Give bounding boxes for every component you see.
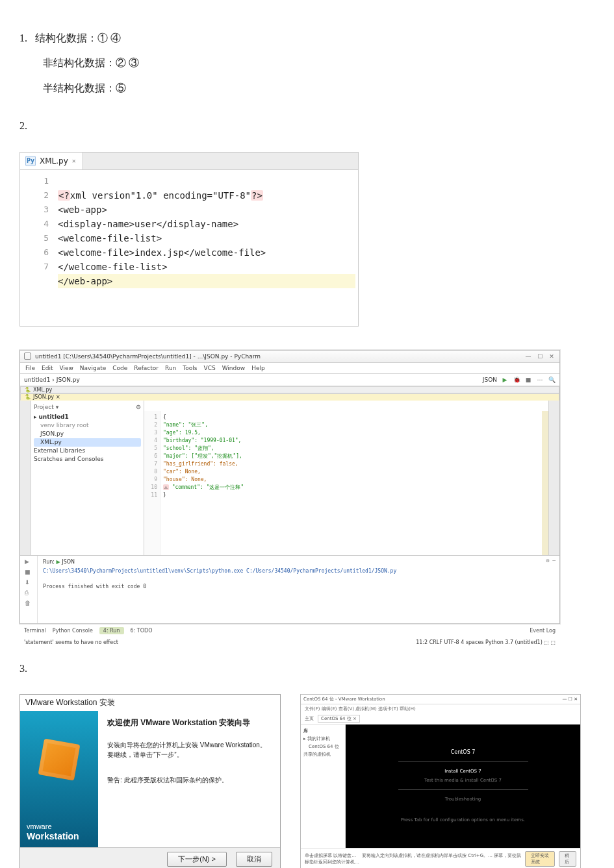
maximize-icon[interactable]: ☐ — [569, 697, 572, 702]
menu-item[interactable]: Run — [165, 365, 176, 371]
question-3: 3. — [19, 656, 595, 681]
pycharm-statusbar: Terminal Python Console 4: Run 6: TODO E… — [20, 623, 559, 638]
code-line: ⚠ "comment": "这是一个注释" — [163, 484, 539, 491]
event-log[interactable]: Event Log — [530, 628, 556, 634]
run-label: Run: — [43, 559, 55, 565]
boot-hint: Press Tab for full configuration options… — [401, 817, 525, 823]
pycharm-toolbar: untitled1 › JSON.py JSON ▶ 🐞 ■ ⋯ 🔍 — [20, 374, 559, 386]
more-icon[interactable]: ⋯ — [536, 376, 544, 384]
rerun-icon[interactable]: ▶ — [25, 558, 32, 566]
gear-icon[interactable]: ⚙ — — [546, 557, 556, 565]
foot-note2[interactable]: 以将键盘… — [333, 853, 356, 858]
close-icon[interactable]: ✕ — [574, 697, 578, 702]
tree-root[interactable]: ▸ untitled1 untitled1 C:\Users\34540\Pyc… — [34, 413, 141, 421]
code-line: <web-app> — [58, 205, 107, 215]
vmw-sidebar[interactable]: 库 ▸ 我的计算机 CentOS 64 位 共享的虚拟机 — [301, 725, 346, 848]
pycharm-titlebar: untitled1 [C:\Users\34540\PycharmProject… — [20, 351, 559, 363]
menu-item[interactable]: Edit — [42, 365, 53, 371]
menu-item[interactable]: Window — [222, 365, 246, 371]
breadcrumb[interactable]: untitled1 › JSON.py — [24, 377, 80, 383]
q1-line2: 非结构化数据：② ③ — [43, 57, 139, 68]
side-item-centos[interactable]: CentOS 64 位 — [303, 743, 342, 750]
tree-file-xml[interactable]: XML.py — [34, 438, 141, 447]
menu-item[interactable]: File — [25, 365, 35, 371]
bottom-tab-todo[interactable]: 6: TODO — [131, 628, 153, 634]
side-item-shared[interactable]: 共享的虚拟机 — [303, 750, 342, 758]
left-gutter-bar[interactable] — [20, 401, 31, 555]
tab-home[interactable]: 主页 — [305, 715, 314, 722]
menu-item[interactable]: Code — [112, 365, 127, 371]
run-config-selector[interactable]: JSON — [483, 377, 497, 383]
menu-item[interactable]: Help — [251, 365, 265, 371]
q2-number: 2. — [19, 120, 27, 131]
run-cmd: C:\Users\34540\PycharmProjects\untitled1… — [43, 567, 554, 575]
menu-item[interactable]: Tools — [183, 365, 197, 371]
tab-xml-py[interactable]: 🐍 XML.py — [20, 386, 559, 393]
project-header[interactable]: Project ▾ — [34, 403, 58, 412]
close-icon[interactable]: ✕ — [72, 157, 76, 164]
run-output[interactable]: Run: ▶ JSON ⚙ — C:\Users\34540\PycharmPr… — [38, 556, 559, 623]
bottom-tab-terminal[interactable]: Terminal — [24, 628, 46, 634]
code-line: "school": "蓝翔", — [163, 445, 539, 453]
tree-external[interactable]: External Libraries — [34, 447, 141, 455]
vm-console-screen[interactable]: CentOS 7 Install CentOS 7 Test this medi… — [346, 725, 580, 848]
tab-json-py[interactable]: 🐍 JSON.py × — [20, 393, 559, 401]
menu-item[interactable]: Refactor — [134, 365, 159, 371]
debug-icon[interactable]: 🐞 — [513, 376, 520, 384]
install-now-button[interactable]: 立即安装系统 — [525, 851, 555, 867]
tree-venv[interactable]: venv library root — [34, 421, 141, 430]
right-gutter-bar[interactable] — [548, 401, 559, 555]
stop-icon[interactable]: ■ — [524, 376, 532, 384]
code-editor[interactable]: 1234567891011 { "name": "张三", "age": 19.… — [144, 411, 548, 555]
vmware-heading: 欢迎使用 VMware Workstation 安装向导 — [107, 717, 271, 728]
boot-opt-install[interactable]: Install CentOS 7 — [444, 769, 481, 774]
code-line: "age": 19.5, — [163, 429, 539, 437]
editor-minimap[interactable] — [542, 411, 548, 555]
vmw-menu[interactable]: 文件(F) 编辑(E) 查看(V) 虚拟机(M) 选项卡(T) 帮助(H) — [301, 704, 580, 713]
vmware-side: vmware Workstation — [20, 711, 98, 847]
close-icon[interactable]: × — [56, 394, 60, 400]
minimize-icon[interactable]: — — [524, 353, 532, 360]
boot-opt-test[interactable]: Test this media & install CentOS 7 — [424, 778, 502, 783]
menu-item[interactable]: Navigate — [80, 365, 106, 371]
tree-scratches[interactable]: Scratches and Consoles — [34, 455, 141, 464]
code-line: <welcome-file-list> — [58, 233, 162, 243]
tab-vm[interactable]: CentOS 64 位 × — [318, 715, 360, 723]
gear-icon[interactable]: ⚙ — [136, 403, 141, 412]
run-icon[interactable]: ▶ — [501, 376, 509, 384]
menu-item[interactable]: View — [60, 365, 73, 371]
minimize-icon[interactable]: — — [562, 697, 567, 702]
boot-opt-trouble[interactable]: Troubleshooting — [445, 797, 481, 802]
down-icon[interactable]: ⬇ — [25, 579, 32, 587]
warn-icon: ⚠ — [163, 484, 169, 490]
side-group[interactable]: ▸ 我的计算机 — [303, 735, 342, 743]
menu-item[interactable]: VCS — [203, 365, 215, 371]
vmw-tabs: 主页 CentOS 64 位 × — [301, 713, 580, 725]
close-icon[interactable]: ✕ — [548, 353, 556, 360]
code-line: "major": ["理发","挖掘机"], — [163, 453, 539, 460]
search-icon[interactable]: 🔍 — [548, 376, 556, 384]
trash-icon[interactable]: 🗑 — [25, 600, 32, 608]
cancel-button[interactable]: 取消 — [236, 852, 272, 867]
vmw-title: CentOS 64 位 - VMware Workstation — [303, 696, 385, 702]
foot-note1[interactable]: 单击虚拟屏幕 — [305, 853, 332, 858]
vmware-workstation-window: CentOS 64 位 - VMware Workstation — ☐ ✕ 文… — [300, 694, 581, 868]
later-button[interactable]: 稍后 — [559, 851, 576, 867]
row-screenshots: VMware Workstation 安装 vmware Workstation… — [19, 694, 595, 868]
maximize-icon[interactable]: ☐ — [536, 353, 544, 360]
tree-file-json[interactable]: JSON.py — [34, 430, 141, 438]
code-lines[interactable]: <?xml version"1.0" encoding="UTF-8"?> <w… — [55, 170, 358, 326]
editor-lines[interactable]: { "name": "张三", "age": 19.5, "birthday":… — [160, 411, 542, 555]
code-line: "birthday": "1999-01-01", — [163, 437, 539, 445]
stop-icon[interactable]: ■ — [25, 569, 32, 577]
run-panel: ▶ ■ ⬇ ⎙ 🗑 Run: ▶ JSON ⚙ — C:\Users\34540… — [20, 555, 559, 623]
vmware-title: VMware Workstation 安装 — [20, 695, 280, 711]
bottom-tab-console[interactable]: Python Console — [53, 628, 93, 634]
print-icon[interactable]: ⎙ — [25, 589, 32, 597]
tab-label: XML.py — [40, 156, 68, 166]
bottom-tab-run[interactable]: 4: Run — [99, 627, 124, 634]
next-button[interactable]: 下一步(N) > — [167, 852, 227, 867]
tab-xml-py[interactable]: Py XML.py ✕ — [20, 153, 83, 169]
vmware-brand: vmware Workstation — [20, 817, 98, 847]
project-tree[interactable]: Project ▾ ⚙ ▸ untitled1 untitled1 C:\Use… — [31, 401, 144, 555]
